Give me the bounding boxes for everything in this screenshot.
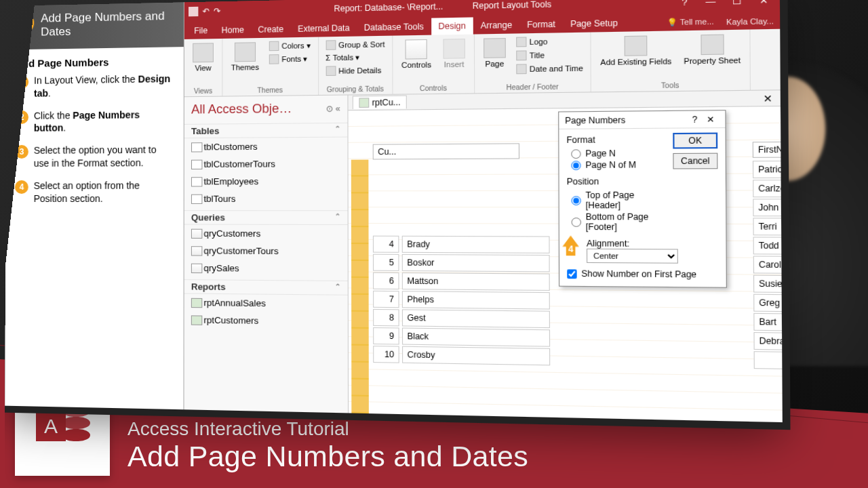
property-sheet-icon: [701, 35, 724, 56]
row-number[interactable]: 4: [373, 236, 399, 253]
alignment-dropdown[interactable]: Center: [587, 249, 678, 264]
nav-item[interactable]: qryCustomers: [184, 225, 348, 243]
navigation-pane[interactable]: All Access Obje… ⊙ « Tables⌃tblCustomers…: [184, 96, 349, 413]
dialog-help-button[interactable]: ?: [688, 114, 702, 124]
ribbon-tab-create[interactable]: Create: [251, 21, 290, 39]
property-sheet-button[interactable]: Property Sheet: [681, 33, 744, 67]
nav-group-reports[interactable]: Reports⌃: [184, 279, 348, 296]
signin[interactable]: Kayla Clay...: [720, 16, 780, 30]
cell-lastname[interactable]: Phelps: [402, 291, 550, 309]
cell-lastname[interactable]: Brady: [402, 236, 550, 253]
help-button[interactable]: ?: [673, 0, 696, 10]
page-icon: [484, 38, 506, 58]
cell-lastname[interactable]: Mattson: [402, 272, 550, 291]
tell-me[interactable]: 💡 Tell me...: [661, 17, 720, 31]
nav-item[interactable]: qryCustomerTours: [184, 242, 348, 260]
close-tab-button[interactable]: ✕: [755, 92, 781, 104]
dialog-close-button[interactable]: ✕: [702, 114, 719, 124]
row-number[interactable]: 9: [373, 327, 399, 345]
nav-item[interactable]: rptAnnualSales: [184, 294, 348, 313]
redo-icon[interactable]: ↷: [214, 6, 220, 16]
date-time-button[interactable]: Date and Time: [515, 62, 585, 75]
cell-firstname[interactable]: [754, 351, 783, 371]
cell-lastname[interactable]: Black: [402, 328, 550, 347]
radio-page-n-of-m[interactable]: Page N of M: [567, 159, 666, 171]
cell-firstname[interactable]: Carlzell: [753, 180, 783, 197]
tutorial-panel: G Add Page Numbers and Dates Add Page Nu…: [5, 2, 184, 409]
row-number[interactable]: 10: [373, 346, 399, 363]
nav-item[interactable]: tblEmployees: [184, 172, 348, 190]
cell-lastname[interactable]: Crosby: [402, 346, 550, 366]
cell-firstname[interactable]: Debra: [753, 332, 782, 352]
cell-lastname[interactable]: Gest: [402, 309, 550, 328]
radio-page-n[interactable]: Page N: [567, 147, 666, 159]
nav-item[interactable]: qrySales: [184, 260, 348, 278]
cell-firstname[interactable]: Greg: [753, 294, 783, 313]
cell-lastname[interactable]: Boskor: [402, 254, 550, 272]
view-button[interactable]: View: [190, 41, 216, 73]
save-icon[interactable]: [189, 7, 198, 17]
row-number[interactable]: 8: [373, 309, 399, 326]
themes-button[interactable]: Themes: [229, 41, 262, 73]
ribbon-tab-external-data[interactable]: External Data: [291, 20, 357, 37]
cell-firstname[interactable]: Patricia: [753, 160, 783, 178]
cell-firstname[interactable]: John: [753, 199, 783, 216]
report-design-grid[interactable]: Cu... FirstName PatriciaCarlzellJohnTerr…: [349, 106, 783, 422]
group-grouping: Grouping & Totals: [324, 83, 386, 94]
ribbon-tab-home[interactable]: Home: [214, 22, 251, 39]
layout-selector[interactable]: [351, 160, 369, 414]
fonts-button[interactable]: Fonts ▾: [267, 53, 312, 64]
row-number[interactable]: 5: [373, 254, 399, 271]
maximize-button[interactable]: ☐: [726, 0, 749, 9]
close-button[interactable]: ✕: [751, 0, 775, 8]
format-label: Format: [566, 134, 665, 145]
ribbon-tab-design[interactable]: Design: [431, 17, 473, 35]
add-existing-fields-button[interactable]: Add Existing Fields: [597, 34, 675, 68]
controls-button[interactable]: Controls: [399, 38, 435, 71]
ok-button[interactable]: OK: [673, 133, 717, 149]
column-header-firstname[interactable]: FirstName: [753, 141, 783, 158]
nav-item[interactable]: tblCustomers: [184, 138, 348, 156]
report-tab[interactable]: rptCu...: [353, 96, 407, 110]
cancel-button[interactable]: Cancel: [673, 153, 717, 169]
row-number[interactable]: 7: [373, 291, 399, 308]
title-button[interactable]: Title: [515, 49, 585, 61]
cell-firstname[interactable]: Terri: [753, 218, 782, 236]
cell-firstname[interactable]: Susie: [753, 275, 783, 294]
undo-icon[interactable]: ↶: [203, 6, 210, 16]
tutorial-header: G Add Page Numbers and Dates: [6, 2, 184, 49]
column-header-lastname[interactable]: Cu...: [373, 143, 519, 159]
nav-item[interactable]: rptCustomers: [184, 311, 348, 331]
ribbon-tab-format[interactable]: Format: [519, 16, 563, 33]
ribbon-tab-file[interactable]: File: [187, 22, 214, 39]
group-themes: Themes: [229, 85, 313, 95]
radio-bottom-of-page[interactable]: Bottom of Page [Footer]: [567, 211, 666, 232]
nav-group-tables[interactable]: Tables⌃: [184, 123, 348, 138]
hide-details-button[interactable]: Hide Details: [324, 64, 386, 77]
totals-button[interactable]: Σ Totals ▾: [324, 52, 386, 64]
cell-firstname[interactable]: Bart: [753, 313, 783, 333]
chevron-up-icon: ⌃: [334, 125, 340, 136]
row-number[interactable]: 6: [373, 272, 399, 289]
show-first-page-checkbox[interactable]: Show Number on First Page: [567, 268, 718, 279]
group-sort-button[interactable]: Group & Sort: [324, 39, 386, 51]
ribbon-tab-page-setup[interactable]: Page Setup: [563, 14, 625, 33]
minimize-button[interactable]: —: [699, 0, 722, 9]
colors-button[interactable]: Colors ▾: [267, 40, 312, 52]
cell-firstname[interactable]: Todd: [753, 237, 783, 255]
ribbon-tab-arrange[interactable]: Arrange: [473, 16, 519, 34]
nav-item[interactable]: tblCustomerTours: [184, 155, 348, 173]
radio-top-of-page[interactable]: Top of Page [Header]: [567, 189, 666, 211]
page-numbers-button[interactable]: Page: [480, 37, 509, 70]
nav-item[interactable]: tblTours: [184, 190, 348, 207]
nav-group-queries[interactable]: Queries⌃: [184, 210, 348, 225]
view-icon: [193, 43, 214, 62]
step-number: 2: [15, 110, 28, 123]
cell-firstname[interactable]: Carolyn: [753, 256, 783, 274]
tutorial-title: Add Page Numbers and Dates: [41, 9, 165, 39]
nav-title: All Access Obje…: [191, 102, 292, 117]
ribbon-tab-database-tools[interactable]: Database Tools: [357, 18, 431, 37]
logo-button[interactable]: Logo: [515, 35, 585, 48]
nav-collapse-icon[interactable]: ⊙ «: [326, 104, 340, 114]
brand-icon: G: [13, 12, 35, 35]
